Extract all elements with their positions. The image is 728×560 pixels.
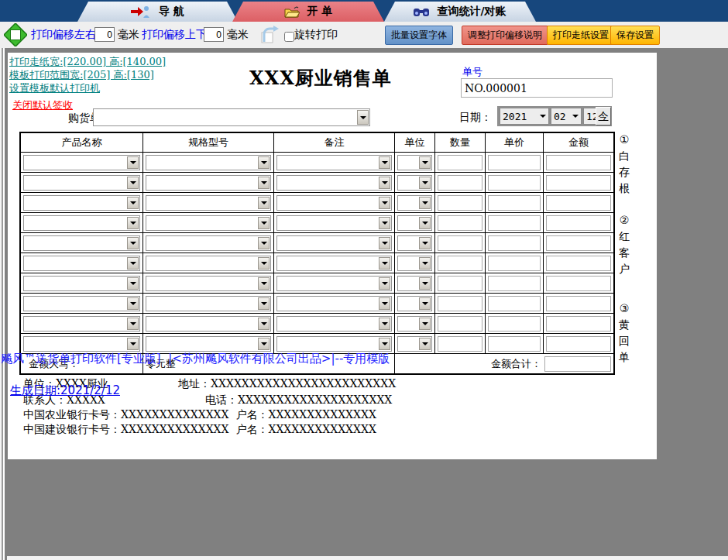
chevron-down-icon[interactable] (127, 237, 139, 249)
chevron-down-icon[interactable] (419, 318, 431, 330)
chevron-down-icon[interactable] (379, 177, 390, 189)
chevron-down-icon[interactable] (357, 110, 369, 125)
spec-combo[interactable] (146, 316, 271, 332)
price-input[interactable] (488, 256, 541, 271)
qty-input[interactable] (438, 276, 482, 291)
chevron-down-icon[interactable] (419, 156, 431, 169)
price-input[interactable] (488, 296, 541, 311)
qty-input[interactable] (438, 215, 482, 231)
note-combo[interactable] (276, 235, 392, 251)
paper-size-link[interactable]: 打印走纸宽:[220.00] 高:[140.00] (9, 55, 166, 69)
spec-combo[interactable] (146, 155, 271, 170)
chevron-down-icon[interactable] (258, 237, 270, 249)
chevron-down-icon[interactable] (379, 156, 390, 169)
save-settings-button[interactable]: 保存设置 (610, 26, 660, 45)
note-combo[interactable] (276, 336, 392, 352)
chevron-down-icon[interactable] (127, 177, 139, 189)
chevron-down-icon[interactable] (258, 277, 270, 290)
chevron-down-icon[interactable] (258, 156, 270, 169)
batch-font-button[interactable]: 批量设置字体 (385, 26, 453, 45)
price-input[interactable] (488, 175, 541, 191)
product-combo[interactable] (23, 296, 140, 311)
amount-input[interactable] (546, 256, 611, 271)
total-input[interactable] (544, 356, 611, 372)
date-year-select[interactable]: 2021 (500, 108, 549, 125)
rotate-print-checkbox[interactable] (284, 32, 294, 42)
chevron-down-icon[interactable] (419, 177, 431, 189)
note-combo[interactable] (276, 155, 392, 170)
unit-combo[interactable] (397, 316, 432, 332)
note-combo[interactable] (276, 175, 392, 191)
date-month-select[interactable]: 02 (551, 108, 582, 125)
qty-input[interactable] (438, 155, 482, 170)
spec-combo[interactable] (146, 235, 271, 251)
qty-input[interactable] (438, 316, 482, 332)
chevron-down-icon[interactable] (419, 217, 431, 229)
price-input[interactable] (488, 155, 541, 170)
chevron-down-icon[interactable] (379, 237, 390, 249)
chevron-down-icon[interactable] (419, 237, 431, 249)
amount-input[interactable] (546, 195, 611, 211)
qty-input[interactable] (438, 175, 482, 191)
chevron-down-icon[interactable] (419, 297, 431, 310)
chevron-down-icon[interactable] (379, 318, 390, 330)
note-combo[interactable] (276, 195, 392, 211)
spec-combo[interactable] (146, 256, 271, 271)
note-combo[interactable] (276, 296, 392, 311)
chevron-down-icon[interactable] (419, 277, 431, 290)
spec-combo[interactable] (146, 215, 271, 231)
paper-setup-button[interactable]: 打印走纸设置 (547, 26, 615, 45)
unit-combo[interactable] (397, 235, 432, 251)
qty-input[interactable] (438, 256, 482, 271)
tab-query-stats[interactable]: 查询统计/对账 (384, 2, 536, 22)
chevron-down-icon[interactable] (379, 338, 390, 350)
note-combo[interactable] (276, 276, 392, 291)
note-combo[interactable] (276, 215, 392, 231)
chevron-down-icon[interactable] (127, 318, 139, 330)
close-sign-link[interactable]: 关闭默认签收 (12, 98, 73, 112)
amount-input[interactable] (546, 155, 611, 170)
template-range-link[interactable]: 模板打印范围宽:[205] 高:[130] (9, 68, 154, 82)
amount-input[interactable] (546, 235, 611, 251)
product-combo[interactable] (23, 235, 140, 251)
spec-combo[interactable] (146, 175, 271, 191)
chevron-down-icon[interactable] (258, 318, 270, 330)
product-combo[interactable] (23, 336, 140, 352)
unit-combo[interactable] (397, 296, 432, 311)
qty-input[interactable] (438, 195, 482, 211)
unit-combo[interactable] (397, 276, 432, 291)
chevron-down-icon[interactable] (419, 197, 431, 209)
chevron-down-icon[interactable] (127, 257, 139, 270)
tab-create-order[interactable]: 开 单 (232, 2, 384, 22)
spec-combo[interactable] (146, 195, 271, 211)
price-input[interactable] (488, 215, 541, 231)
unit-combo[interactable] (397, 195, 432, 211)
note-combo[interactable] (276, 256, 392, 271)
chevron-down-icon[interactable] (379, 257, 390, 270)
chevron-down-icon[interactable] (258, 177, 270, 189)
spec-combo[interactable] (146, 296, 271, 311)
chevron-down-icon[interactable] (127, 277, 139, 290)
chevron-down-icon[interactable] (258, 297, 270, 310)
unit-combo[interactable] (397, 256, 432, 271)
amount-input[interactable] (546, 175, 611, 191)
amount-input[interactable] (546, 215, 611, 231)
chevron-down-icon[interactable] (127, 217, 139, 229)
chevron-down-icon[interactable] (127, 338, 139, 350)
qty-input[interactable] (438, 336, 482, 352)
chevron-down-icon[interactable] (379, 197, 390, 209)
price-input[interactable] (488, 336, 541, 352)
unit-combo[interactable] (397, 155, 432, 170)
spec-combo[interactable] (146, 336, 271, 352)
price-input[interactable] (488, 276, 541, 291)
price-input[interactable] (488, 316, 541, 332)
chevron-down-icon[interactable] (258, 217, 270, 229)
chevron-down-icon[interactable] (127, 156, 139, 169)
chevron-down-icon[interactable] (127, 197, 139, 209)
amount-input[interactable] (546, 276, 611, 291)
qty-input[interactable] (438, 235, 482, 251)
chevron-down-icon[interactable] (379, 297, 390, 310)
product-combo[interactable] (23, 175, 140, 191)
chevron-down-icon[interactable] (379, 277, 390, 290)
chevron-down-icon[interactable] (379, 217, 390, 229)
